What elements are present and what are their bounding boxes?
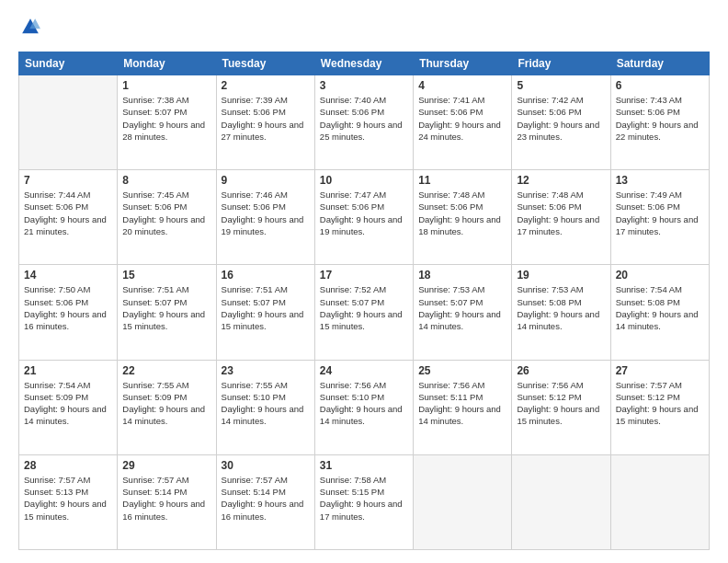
day-number: 11 <box>418 174 506 187</box>
day-info: Sunrise: 7:58 AMSunset: 5:15 PMDaylight:… <box>320 474 408 523</box>
day-number: 4 <box>418 79 506 92</box>
day-info: Sunrise: 7:51 AMSunset: 5:07 PMDaylight:… <box>222 283 310 332</box>
calendar-cell: 2Sunrise: 7:39 AMSunset: 5:06 PMDaylight… <box>216 75 314 170</box>
calendar-cell: 3Sunrise: 7:40 AMSunset: 5:06 PMDaylight… <box>314 75 413 170</box>
day-info: Sunrise: 7:56 AMSunset: 5:10 PMDaylight:… <box>320 379 408 428</box>
weekday-row: SundayMondayTuesdayWednesdayThursdayFrid… <box>19 52 710 75</box>
calendar-cell: 25Sunrise: 7:56 AMSunset: 5:11 PMDayligh… <box>414 360 512 454</box>
logo-icon <box>20 17 40 37</box>
day-number: 20 <box>616 269 704 282</box>
day-info: Sunrise: 7:43 AMSunset: 5:06 PMDaylight:… <box>616 94 704 143</box>
calendar-cell <box>19 75 118 170</box>
day-info: Sunrise: 7:55 AMSunset: 5:10 PMDaylight:… <box>222 379 310 428</box>
day-info: Sunrise: 7:40 AMSunset: 5:06 PMDaylight:… <box>320 94 408 143</box>
calendar-cell: 17Sunrise: 7:52 AMSunset: 5:07 PMDayligh… <box>314 265 413 360</box>
calendar-cell: 13Sunrise: 7:49 AMSunset: 5:06 PMDayligh… <box>610 170 709 265</box>
day-info: Sunrise: 7:42 AMSunset: 5:06 PMDaylight:… <box>517 94 605 143</box>
day-number: 14 <box>24 269 112 282</box>
calendar-cell: 24Sunrise: 7:56 AMSunset: 5:10 PMDayligh… <box>314 360 413 454</box>
calendar-cell: 28Sunrise: 7:57 AMSunset: 5:13 PMDayligh… <box>19 454 118 549</box>
weekday-header: Tuesday <box>216 52 314 75</box>
day-number: 6 <box>616 79 704 92</box>
header <box>18 17 710 40</box>
weekday-header: Monday <box>118 52 216 75</box>
calendar-cell: 5Sunrise: 7:42 AMSunset: 5:06 PMDaylight… <box>512 75 610 170</box>
day-number: 13 <box>616 174 704 187</box>
calendar-cell: 4Sunrise: 7:41 AMSunset: 5:06 PMDaylight… <box>414 75 512 170</box>
calendar-cell: 14Sunrise: 7:50 AMSunset: 5:06 PMDayligh… <box>19 265 118 360</box>
day-number: 22 <box>122 364 210 377</box>
calendar-cell: 18Sunrise: 7:53 AMSunset: 5:07 PMDayligh… <box>414 265 512 360</box>
day-number: 15 <box>122 269 210 282</box>
calendar: SundayMondayTuesdayWednesdayThursdayFrid… <box>18 52 710 550</box>
calendar-week-row: 28Sunrise: 7:57 AMSunset: 5:13 PMDayligh… <box>19 454 710 549</box>
calendar-cell: 29Sunrise: 7:57 AMSunset: 5:14 PMDayligh… <box>118 454 216 549</box>
day-number: 27 <box>616 364 704 377</box>
day-info: Sunrise: 7:56 AMSunset: 5:11 PMDaylight:… <box>418 379 506 428</box>
day-info: Sunrise: 7:52 AMSunset: 5:07 PMDaylight:… <box>320 283 408 332</box>
calendar-body: 1Sunrise: 7:38 AMSunset: 5:07 PMDaylight… <box>19 75 710 550</box>
day-info: Sunrise: 7:57 AMSunset: 5:14 PMDaylight:… <box>222 474 310 523</box>
calendar-week-row: 1Sunrise: 7:38 AMSunset: 5:07 PMDaylight… <box>19 75 710 170</box>
calendar-cell: 15Sunrise: 7:51 AMSunset: 5:07 PMDayligh… <box>118 265 216 360</box>
day-number: 12 <box>517 174 605 187</box>
calendar-cell: 9Sunrise: 7:46 AMSunset: 5:06 PMDaylight… <box>216 170 314 265</box>
calendar-cell: 27Sunrise: 7:57 AMSunset: 5:12 PMDayligh… <box>610 360 709 454</box>
day-number: 30 <box>222 459 310 472</box>
day-info: Sunrise: 7:54 AMSunset: 5:09 PMDaylight:… <box>24 379 112 428</box>
weekday-header: Sunday <box>19 52 118 75</box>
day-info: Sunrise: 7:57 AMSunset: 5:13 PMDaylight:… <box>24 474 112 523</box>
day-info: Sunrise: 7:47 AMSunset: 5:06 PMDaylight:… <box>320 189 408 237</box>
calendar-week-row: 21Sunrise: 7:54 AMSunset: 5:09 PMDayligh… <box>19 360 710 454</box>
calendar-cell: 10Sunrise: 7:47 AMSunset: 5:06 PMDayligh… <box>314 170 413 265</box>
calendar-cell <box>512 454 610 549</box>
day-number: 19 <box>517 269 605 282</box>
day-number: 24 <box>320 364 408 377</box>
calendar-cell: 11Sunrise: 7:48 AMSunset: 5:06 PMDayligh… <box>414 170 512 265</box>
day-info: Sunrise: 7:50 AMSunset: 5:06 PMDaylight:… <box>24 283 112 332</box>
day-info: Sunrise: 7:48 AMSunset: 5:06 PMDaylight:… <box>517 189 605 237</box>
calendar-cell: 8Sunrise: 7:45 AMSunset: 5:06 PMDaylight… <box>118 170 216 265</box>
calendar-cell <box>414 454 512 549</box>
day-info: Sunrise: 7:49 AMSunset: 5:06 PMDaylight:… <box>616 189 704 237</box>
day-number: 18 <box>418 269 506 282</box>
weekday-header: Saturday <box>610 52 709 75</box>
day-number: 23 <box>222 364 310 377</box>
day-info: Sunrise: 7:57 AMSunset: 5:12 PMDaylight:… <box>616 379 704 428</box>
day-info: Sunrise: 7:38 AMSunset: 5:07 PMDaylight:… <box>122 94 210 143</box>
day-info: Sunrise: 7:45 AMSunset: 5:06 PMDaylight:… <box>122 189 210 237</box>
day-number: 2 <box>222 79 310 92</box>
calendar-header: SundayMondayTuesdayWednesdayThursdayFrid… <box>19 52 710 75</box>
day-number: 26 <box>517 364 605 377</box>
day-info: Sunrise: 7:57 AMSunset: 5:14 PMDaylight:… <box>122 474 210 523</box>
calendar-cell: 16Sunrise: 7:51 AMSunset: 5:07 PMDayligh… <box>216 265 314 360</box>
day-info: Sunrise: 7:54 AMSunset: 5:08 PMDaylight:… <box>616 283 704 332</box>
day-number: 16 <box>222 269 310 282</box>
calendar-cell: 31Sunrise: 7:58 AMSunset: 5:15 PMDayligh… <box>314 454 413 549</box>
calendar-cell: 12Sunrise: 7:48 AMSunset: 5:06 PMDayligh… <box>512 170 610 265</box>
day-number: 28 <box>24 459 112 472</box>
day-number: 5 <box>517 79 605 92</box>
calendar-cell: 7Sunrise: 7:44 AMSunset: 5:06 PMDaylight… <box>19 170 118 265</box>
day-info: Sunrise: 7:39 AMSunset: 5:06 PMDaylight:… <box>222 94 310 143</box>
day-number: 8 <box>122 174 210 187</box>
day-info: Sunrise: 7:53 AMSunset: 5:08 PMDaylight:… <box>517 283 605 332</box>
day-number: 25 <box>418 364 506 377</box>
calendar-week-row: 7Sunrise: 7:44 AMSunset: 5:06 PMDaylight… <box>19 170 710 265</box>
day-info: Sunrise: 7:48 AMSunset: 5:06 PMDaylight:… <box>418 189 506 237</box>
calendar-cell: 20Sunrise: 7:54 AMSunset: 5:08 PMDayligh… <box>610 265 709 360</box>
day-number: 9 <box>222 174 310 187</box>
day-info: Sunrise: 7:41 AMSunset: 5:06 PMDaylight:… <box>418 94 506 143</box>
calendar-cell: 21Sunrise: 7:54 AMSunset: 5:09 PMDayligh… <box>19 360 118 454</box>
calendar-cell: 22Sunrise: 7:55 AMSunset: 5:09 PMDayligh… <box>118 360 216 454</box>
logo <box>18 17 42 40</box>
day-info: Sunrise: 7:46 AMSunset: 5:06 PMDaylight:… <box>222 189 310 237</box>
day-number: 29 <box>122 459 210 472</box>
calendar-cell: 26Sunrise: 7:56 AMSunset: 5:12 PMDayligh… <box>512 360 610 454</box>
calendar-cell: 19Sunrise: 7:53 AMSunset: 5:08 PMDayligh… <box>512 265 610 360</box>
page: SundayMondayTuesdayWednesdayThursdayFrid… <box>0 0 728 563</box>
day-info: Sunrise: 7:55 AMSunset: 5:09 PMDaylight:… <box>122 379 210 428</box>
day-number: 3 <box>320 79 408 92</box>
calendar-cell: 6Sunrise: 7:43 AMSunset: 5:06 PMDaylight… <box>610 75 709 170</box>
day-number: 31 <box>320 459 408 472</box>
